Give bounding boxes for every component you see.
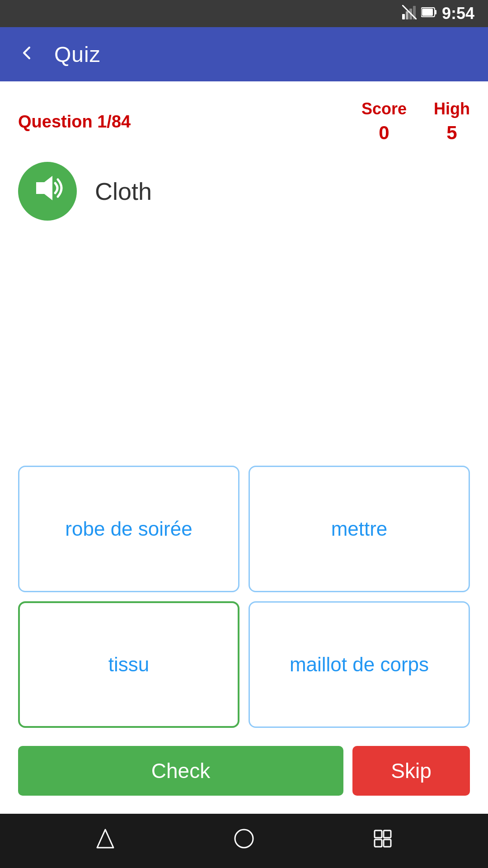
back-icon <box>18 42 36 67</box>
answer-grid: robe de soirée mettre tissu maillot de c… <box>18 466 470 728</box>
score-column: Score 0 <box>361 99 407 144</box>
svg-marker-8 <box>36 176 52 200</box>
score-header: Question 1/84 Score 0 High 5 <box>18 99 470 144</box>
answer-text-3: tissu <box>99 644 158 685</box>
word-area: Cloth <box>18 162 470 221</box>
word-text: Cloth <box>95 177 152 205</box>
status-icons: 9:54 <box>402 4 474 23</box>
status-bar: 9:54 <box>0 0 488 27</box>
svg-rect-11 <box>375 830 382 838</box>
main-content: Question 1/84 Score 0 High 5 Cloth <box>0 81 488 814</box>
app-title: Quiz <box>54 42 101 67</box>
skip-button[interactable]: Skip <box>352 746 470 796</box>
answer-card-3[interactable]: tissu <box>18 601 239 728</box>
back-button[interactable] <box>14 41 41 68</box>
high-column: High 5 <box>434 99 470 144</box>
nav-bar <box>0 814 488 868</box>
status-time: 9:54 <box>442 4 474 23</box>
svg-rect-0 <box>402 14 405 19</box>
signal-icon <box>402 5 417 22</box>
bottom-buttons: Check Skip <box>18 746 470 796</box>
app-bar: Quiz <box>0 27 488 81</box>
battery-icon <box>421 6 437 22</box>
sound-button[interactable] <box>18 162 77 221</box>
svg-rect-13 <box>375 840 382 847</box>
score-title: Score <box>361 99 407 118</box>
svg-point-10 <box>235 830 253 848</box>
svg-rect-14 <box>384 840 391 847</box>
answer-card-1[interactable]: robe de soirée <box>18 466 239 592</box>
question-label: Question 1/84 <box>18 112 131 132</box>
svg-rect-12 <box>384 830 391 838</box>
score-value: 0 <box>379 122 389 144</box>
spacer <box>18 230 470 466</box>
svg-marker-9 <box>97 830 113 848</box>
nav-home-icon[interactable] <box>233 828 255 854</box>
answer-card-2[interactable]: mettre <box>249 466 470 592</box>
svg-rect-6 <box>435 10 436 14</box>
high-value: 5 <box>446 122 457 144</box>
answer-text-4: maillot de corps <box>281 644 438 685</box>
check-button[interactable]: Check <box>18 746 343 796</box>
nav-recent-icon[interactable] <box>372 828 394 854</box>
answer-text-2: mettre <box>322 509 397 549</box>
answer-card-4[interactable]: maillot de corps <box>249 601 470 728</box>
svg-rect-7 <box>422 9 433 16</box>
score-section: Score 0 High 5 <box>361 99 470 144</box>
svg-rect-1 <box>406 11 408 19</box>
high-title: High <box>434 99 470 118</box>
nav-back-icon[interactable] <box>94 828 116 854</box>
answer-text-1: robe de soirée <box>56 509 201 549</box>
sound-icon <box>32 172 63 210</box>
